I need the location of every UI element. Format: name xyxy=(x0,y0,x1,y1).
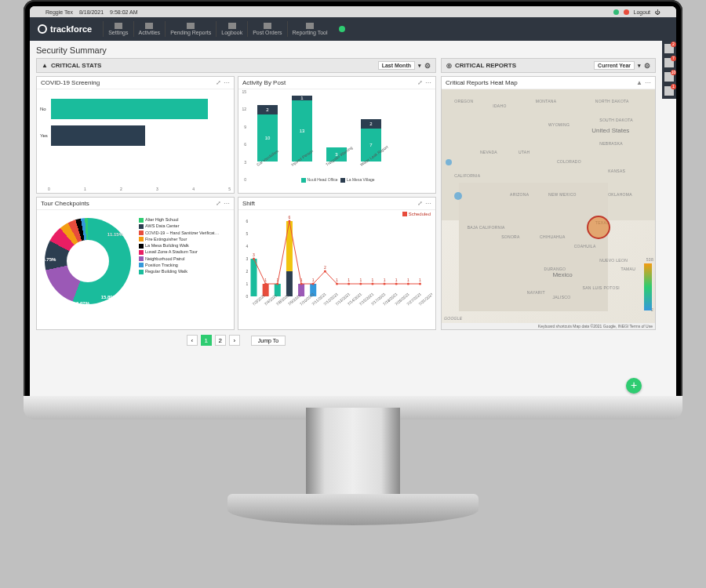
svg-text:0: 0 xyxy=(246,294,249,299)
rail-clipboard-icon[interactable]: 2 xyxy=(664,44,674,53)
map-state-label: NAYARIT xyxy=(527,290,545,295)
map-state-label: NEBRASKA xyxy=(599,141,623,146)
brand-icon xyxy=(38,24,47,34)
nav-pending-reports[interactable]: Pending Reports xyxy=(165,21,216,37)
activity-bar-seg: 2 xyxy=(361,119,381,129)
svg-text:1: 1 xyxy=(300,278,303,282)
expand-icon[interactable]: ⤢ xyxy=(216,79,221,86)
rail-user-icon[interactable]: 7 xyxy=(664,58,674,67)
pager-prev[interactable]: ‹ xyxy=(187,335,198,346)
svg-text:1: 1 xyxy=(312,278,315,282)
shift-bar xyxy=(251,259,257,296)
map-state-label: TAMAU xyxy=(620,267,635,271)
reports-gear-icon[interactable]: ⚙ xyxy=(644,62,650,70)
svg-point-9 xyxy=(264,283,267,285)
svg-text:4: 4 xyxy=(246,244,249,249)
pager-jump-to[interactable]: Jump To xyxy=(251,336,286,346)
nav-label: Reporting Tool xyxy=(293,30,328,35)
close-dot-icon[interactable] xyxy=(624,9,629,15)
filter-icon[interactable]: ▲ xyxy=(636,79,642,86)
map-state-label: SOUTH DAKOTA xyxy=(599,118,633,122)
map-state-label: CALIFORNIA xyxy=(454,173,480,178)
critical-stats-header: ▲ CRITICAL STATS Last Month ▾ ⚙ xyxy=(36,58,436,73)
nav-post-orders[interactable]: Post Orders xyxy=(247,21,286,37)
svg-text:1: 1 xyxy=(359,278,362,282)
google-logo: Google xyxy=(444,316,462,321)
logout-link[interactable]: Logout xyxy=(634,9,650,15)
svg-point-13 xyxy=(288,220,290,223)
tour-legend: Alter High SchoolAWS Data CenterCOVID-19… xyxy=(139,216,219,326)
expand-icon[interactable]: ⤢ xyxy=(417,200,423,207)
svg-text:6: 6 xyxy=(289,215,291,220)
svg-point-29 xyxy=(384,283,386,285)
map-country-label: United States xyxy=(591,127,629,134)
svg-text:2: 2 xyxy=(324,265,326,270)
nav-icon xyxy=(115,23,122,29)
svg-text:1: 1 xyxy=(407,278,409,282)
map-state-label: BAJA CALIFORNIA xyxy=(468,225,505,230)
more-icon[interactable]: ⋯ xyxy=(425,79,431,86)
widget-activity: Activity By Post⤢⋯ 15129630102Car Vandal… xyxy=(238,76,436,194)
pager-page-1[interactable]: 1 xyxy=(201,335,212,346)
activity-legend: Nuuli Head Office La Mesa Village xyxy=(242,177,432,183)
menubar-time: 9:58:02 AM xyxy=(110,9,137,15)
page-title: Security Summary xyxy=(36,45,656,55)
rail-alert-icon[interactable]: 10 xyxy=(664,72,674,82)
tour-title: Tour Checkpoints xyxy=(41,200,89,207)
os-menubar: Reggie Tex 8/18/2021 9:58:02 AM Logout ⏻ xyxy=(30,6,676,17)
nav-reporting-tool[interactable]: Reporting Tool xyxy=(287,21,333,37)
pager-next[interactable]: › xyxy=(229,335,240,346)
expand-icon[interactable]: ⤢ xyxy=(216,200,221,207)
more-icon[interactable]: ⋯ xyxy=(425,200,431,207)
power-icon[interactable]: ⏻ xyxy=(655,9,661,15)
notification-dot-icon[interactable] xyxy=(339,26,345,32)
nav-label: Logbook xyxy=(221,30,242,35)
heatmap-map[interactable]: OREGONIDAHONEVADAUTAHCALIFORNIAARIZONAWY… xyxy=(442,89,655,323)
critical-reports-title: CRITICAL REPORTS xyxy=(455,62,516,69)
pager-page-2[interactable]: 2 xyxy=(215,335,226,346)
rail-hierarchy-icon[interactable]: 1 xyxy=(664,86,674,96)
svg-text:1: 1 xyxy=(395,278,398,282)
more-icon[interactable]: ⋯ xyxy=(645,79,651,86)
svg-point-17 xyxy=(312,283,315,285)
stats-range-select[interactable]: Last Month xyxy=(378,61,415,70)
brand[interactable]: trackforce xyxy=(38,24,92,34)
svg-text:3: 3 xyxy=(253,252,255,257)
map-state-label: NORTH DAKOTA xyxy=(595,99,629,103)
svg-text:6: 6 xyxy=(246,219,249,223)
svg-point-35 xyxy=(419,283,421,285)
map-state-label: SAN LUIS POTOSI xyxy=(583,285,620,290)
widget-covid: COVID-19 Screening⤢⋯ NoYes012345 xyxy=(36,76,235,194)
critical-reports-header: ◎ CRITICAL REPORTS Current Year ▾ ⚙ xyxy=(441,58,656,73)
svg-point-19 xyxy=(324,270,326,273)
stats-gear-icon[interactable]: ⚙ xyxy=(424,62,431,70)
nav-activities[interactable]: Activities xyxy=(133,21,166,37)
svg-text:2: 2 xyxy=(246,269,249,274)
nav-logbook[interactable]: Logbook xyxy=(216,21,247,37)
chevron-down-icon[interactable]: ▾ xyxy=(418,63,421,69)
add-fab-button[interactable]: + xyxy=(626,378,642,394)
map-state-label: OKLAHOMA xyxy=(608,192,632,197)
menubar-user: Reggie Tex xyxy=(45,9,73,15)
svg-point-31 xyxy=(395,283,398,285)
more-icon[interactable]: ⋯ xyxy=(224,200,230,207)
top-nav: trackforce SettingsActivitiesPending Rep… xyxy=(30,17,676,41)
scale-min: 2 xyxy=(651,307,653,312)
nav-icon xyxy=(145,23,153,29)
expand-icon[interactable]: ⤢ xyxy=(417,79,423,86)
reports-range-select[interactable]: Current Year xyxy=(594,61,635,70)
nav-settings[interactable]: Settings xyxy=(103,21,133,37)
menubar-date: 8/18/2021 xyxy=(79,9,104,15)
heat-dot xyxy=(587,216,610,239)
svg-text:1: 1 xyxy=(264,278,267,282)
heat-scale xyxy=(644,263,652,310)
map-state-label: CHIHUAHUA xyxy=(540,234,565,239)
svg-text:3: 3 xyxy=(246,256,249,261)
svg-point-11 xyxy=(276,283,278,285)
chevron-down-icon[interactable]: ▾ xyxy=(638,63,641,69)
more-icon[interactable]: ⋯ xyxy=(224,79,230,86)
svg-point-15 xyxy=(300,283,303,285)
nav-icon xyxy=(306,23,314,29)
covid-title: COVID-19 Screening xyxy=(41,79,100,86)
covid-cat: No xyxy=(40,107,51,111)
